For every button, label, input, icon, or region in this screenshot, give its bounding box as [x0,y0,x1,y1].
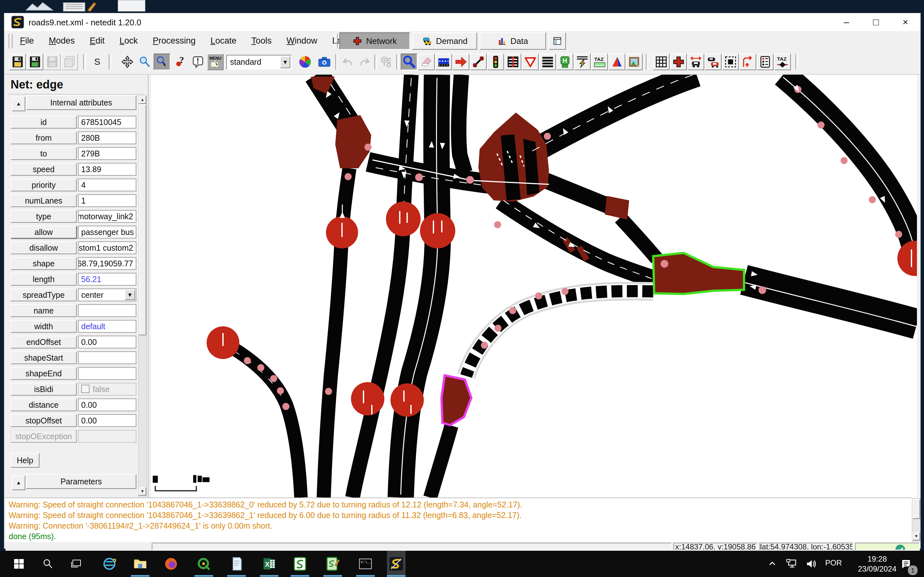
traffic-light-mode-button[interactable] [487,53,504,70]
tab-demand[interactable]: Demand [412,32,477,50]
menu-locate[interactable]: Locate [204,31,243,50]
tray-language[interactable]: POR [825,558,842,567]
message-scrollbar[interactable]: ▼ [912,498,921,542]
attr-field-from[interactable]: 280B [78,131,136,144]
attr-field-stopOException[interactable] [78,430,136,443]
section-internal-attributes[interactable]: Internal attributes [26,95,136,110]
toolbar-grip[interactable] [9,34,13,48]
message-window-button[interactable]: ! [190,53,206,70]
attr-field-speed[interactable]: 13.89 [78,163,136,176]
attr-field-name[interactable] [78,304,136,317]
marked-junction[interactable] [441,376,471,425]
network-canvas[interactable] [151,75,917,498]
attr-field-width[interactable]: default [78,320,136,333]
selected-junction[interactable] [653,253,744,294]
task-view-button[interactable] [67,554,86,573]
attr-combo-spreadType[interactable]: center ▼ [78,288,136,301]
undo-button[interactable] [339,53,356,70]
close-button[interactable]: × [893,15,918,30]
taskbar-explorer[interactable] [131,554,150,573]
chevron-down-icon[interactable]: ▼ [280,56,290,68]
attr-field-numLanes[interactable]: 1 [78,194,136,207]
taskbar-notepad[interactable] [227,554,246,573]
scrollbar-thumb[interactable] [913,499,920,519]
save-plus-button[interactable] [27,53,43,70]
vehicles-overlap-button[interactable] [705,53,722,70]
tab-data[interactable]: Data [480,32,546,50]
move-mode-button[interactable] [453,53,469,70]
menu-toggle-button[interactable]: MENU [207,53,224,70]
taskbar-sumo-editor[interactable] [323,554,342,573]
road-edge-dashed[interactable] [466,291,653,376]
attr-field-shape[interactable]: 768.79,19059.77 [78,257,136,270]
attr-field-to[interactable]: 279B [78,147,136,160]
select-area-button[interactable] [722,53,739,70]
grid-toggle-button[interactable] [653,53,670,70]
road-edge[interactable] [783,75,916,258]
attr-field-allow[interactable]: passenger bus [78,226,136,239]
attr-field-type[interactable]: motorway_link2 [78,210,136,223]
chevron-down-icon[interactable]: ▼ [125,290,135,300]
locate-options-button[interactable] [378,53,394,70]
connection-mode-button[interactable] [470,53,487,70]
section-parameters[interactable]: Parameters [26,474,136,489]
road-edge[interactable] [620,218,657,259]
menu-edit[interactable]: Edit [83,31,111,50]
save-network-button[interactable] [9,53,26,70]
zoom-button[interactable] [136,53,153,70]
tray-network-button[interactable] [783,554,800,573]
tab-network[interactable]: Network [339,32,410,50]
taskbar-ie[interactable] [100,554,119,573]
simulation-button[interactable]: S [90,53,104,70]
delete-mode-button[interactable] [418,53,435,70]
road-edge[interactable] [459,75,465,172]
desktop-icon-image[interactable] [23,1,55,11]
taskbar-terminal[interactable]: C:\_ [356,554,375,573]
attr-field-distance[interactable]: 0.00 [78,398,136,411]
zoom-select-button[interactable] [153,53,170,70]
bus-stop-mode-button[interactable]: H [557,53,573,70]
help-pointer-button[interactable]: ? [172,53,189,70]
start-button[interactable] [10,554,28,573]
taz-mode-button[interactable]: TAZ [591,53,608,70]
move-view-button[interactable] [119,53,136,70]
tray-expand-button[interactable] [765,554,780,573]
taskbar-firefox[interactable] [162,554,180,573]
toolbar-grip[interactable] [334,34,338,48]
taskbar-netedit-active[interactable] [387,551,405,577]
road-edge[interactable] [546,181,611,207]
taskbar-excel[interactable]: X [260,554,278,573]
menu-lock[interactable]: Lock [113,31,144,50]
charging-mode-button[interactable] [574,53,591,70]
notification-center-button[interactable]: 1 [897,554,915,573]
road-edge[interactable] [532,75,696,152]
desktop-icon-window[interactable] [118,0,145,11]
color-wheel-button[interactable] [297,53,313,70]
attr-field-id[interactable]: 678510045 [78,116,136,129]
prohibition-mode-button[interactable] [522,53,539,70]
road-edge[interactable] [430,426,451,498]
checkbox-icon[interactable] [81,385,89,393]
menu-window[interactable]: Window [280,31,324,50]
additional-mode-button[interactable] [540,53,556,70]
select-mode-button[interactable] [435,53,452,70]
panel-scrollbar[interactable]: ▲ ▼ [138,95,147,496]
minimize-button[interactable]: – [834,15,859,30]
scroll-down-icon[interactable]: ▼ [139,487,146,496]
attr-button-allow[interactable]: allow [11,226,77,239]
screenshot-button[interactable] [316,53,333,70]
decal-mode-button[interactable] [626,53,643,70]
attr-field-endOffset[interactable]: 0.00 [78,335,136,348]
show-connections-button[interactable] [740,53,756,70]
menu-tools[interactable]: Tools [245,31,278,50]
scroll-down-icon[interactable]: ▼ [913,532,920,540]
taskbar-search-button[interactable] [39,554,57,573]
maximize-button[interactable]: □ [863,15,888,30]
attr-field-shapeEnd[interactable] [78,367,136,380]
inspect-mode-button[interactable] [401,53,417,70]
scrollbar-thumb[interactable] [139,105,146,335]
save-additionals-button[interactable] [44,53,61,70]
taskbar-sumo[interactable] [291,554,309,573]
road-edge[interactable] [234,349,301,498]
collapse-parameters-button[interactable]: ▲ [12,475,25,490]
